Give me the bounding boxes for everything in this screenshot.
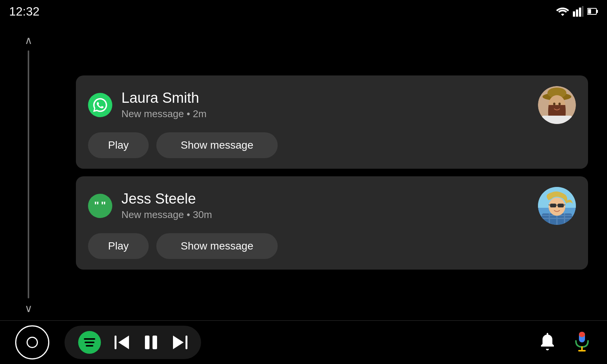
contact-name-laura: Laura Smith — [121, 90, 529, 106]
prev-icon — [115, 336, 130, 349]
svg-rect-37 — [579, 332, 585, 337]
svg-rect-5 — [588, 9, 591, 14]
battery-icon — [587, 8, 598, 15]
home-icon — [27, 337, 38, 348]
mic-button[interactable] — [572, 331, 592, 354]
scroll-track — [28, 50, 29, 298]
spotify-line-1 — [84, 338, 95, 340]
spotify-line-2 — [85, 342, 94, 343]
avatar-laura-image — [538, 86, 576, 124]
play-button-laura[interactable]: Play — [88, 132, 149, 158]
svg-rect-34 — [186, 336, 187, 349]
svg-text:": " — [94, 199, 99, 211]
spotify-lines — [84, 338, 95, 347]
card-info-jess: Jess Steele New message • 30m — [121, 191, 529, 221]
home-button[interactable] — [15, 325, 49, 359]
svg-text:": " — [101, 199, 106, 211]
message-meta-jess: New message • 30m — [121, 209, 529, 221]
svg-rect-2 — [579, 8, 581, 17]
signal-icon — [573, 6, 583, 17]
svg-point-13 — [558, 103, 561, 105]
spotify-line-3 — [86, 345, 93, 347]
card-buttons-laura: Play Show message — [88, 132, 576, 158]
svg-marker-31 — [118, 336, 129, 349]
svg-rect-25 — [550, 204, 556, 207]
status-time: 12:32 — [9, 5, 39, 19]
svg-rect-32 — [145, 336, 149, 349]
svg-rect-6 — [596, 10, 598, 13]
svg-rect-1 — [576, 9, 578, 17]
scroll-bar: ∧ ∨ — [23, 30, 34, 318]
svg-rect-33 — [153, 336, 157, 349]
media-controls-pill — [64, 326, 201, 359]
message-meta-laura: New message • 2m — [121, 108, 529, 120]
svg-rect-26 — [558, 204, 564, 207]
card-info-laura: Laura Smith New message • 2m — [121, 90, 529, 120]
quote-icon: " " — [93, 198, 108, 213]
pause-button[interactable] — [143, 335, 159, 350]
bell-icon — [538, 331, 557, 352]
avatar-laura — [538, 86, 576, 124]
pause-icon — [143, 335, 159, 350]
notifications-area: Laura Smith New message • 2m — [76, 28, 588, 317]
bottom-right-icons — [538, 331, 592, 354]
avatar-jess-image — [538, 187, 576, 225]
svg-rect-11 — [542, 116, 572, 124]
next-icon — [172, 336, 187, 349]
status-icons — [556, 6, 598, 17]
svg-rect-0 — [573, 11, 575, 17]
svg-rect-3 — [582, 6, 583, 17]
mic-icon — [572, 331, 592, 352]
spotify-icon[interactable] — [78, 331, 101, 354]
play-button-jess[interactable]: Play — [88, 233, 149, 259]
svg-line-29 — [564, 205, 565, 205]
card-top-jess: " " Jess Steele New message • 30m — [88, 187, 576, 225]
svg-line-28 — [549, 205, 550, 205]
avatar-jess — [538, 187, 576, 225]
bottom-bar — [0, 320, 607, 364]
show-message-button-jess[interactable]: Show message — [156, 233, 278, 259]
card-buttons-jess: Play Show message — [88, 233, 576, 259]
prev-button[interactable] — [115, 336, 130, 349]
notification-card-jess: " " Jess Steele New message • 30m — [76, 176, 588, 270]
svg-rect-30 — [115, 336, 116, 349]
next-button[interactable] — [172, 336, 187, 349]
status-bar: 12:32 — [0, 0, 607, 23]
scroll-down-arrow[interactable]: ∨ — [25, 302, 33, 315]
wifi-icon — [556, 7, 569, 16]
svg-point-12 — [553, 103, 555, 105]
card-top-laura: Laura Smith New message • 2m — [88, 86, 576, 124]
scroll-up-arrow[interactable]: ∧ — [25, 34, 33, 47]
show-message-button-laura[interactable]: Show message — [156, 132, 278, 158]
whatsapp-icon — [92, 97, 109, 113]
google-messages-app-icon: " " — [88, 194, 112, 218]
notification-card-laura: Laura Smith New message • 2m — [76, 75, 588, 169]
contact-name-jess: Jess Steele — [121, 191, 529, 207]
whatsapp-app-icon — [88, 93, 112, 117]
bell-button[interactable] — [538, 331, 557, 353]
svg-marker-35 — [173, 336, 184, 349]
